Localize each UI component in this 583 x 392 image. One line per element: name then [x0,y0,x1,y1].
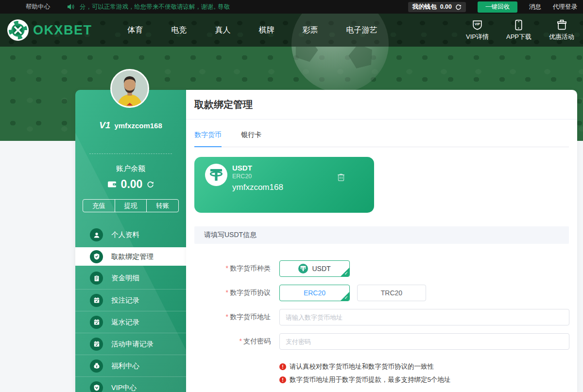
currency-type-label: 数字货币种类 [230,264,271,272]
nav-item-slots[interactable]: 电子游艺 [332,14,392,47]
nav-item-sports[interactable]: 体育 [114,14,157,47]
soccer-ball-graphic [292,47,389,92]
site-logo[interactable]: OKXBET [7,19,92,41]
tether-icon [205,164,227,188]
required-mark: * [226,313,228,321]
sidebar-item-activity-applications[interactable]: 活动申请记录 [75,333,186,355]
topbar: 帮助中心 分，可以正常游戏，给您带来不便敬请谅解，谢谢。 尊敬 我的钱包 0.0… [0,0,583,14]
announcement-marquee: 分，可以正常游戏，给您带来不便敬请谅解，谢谢。 [80,0,220,14]
protocol-option-trc20[interactable]: TRC20 [357,285,426,301]
nav-menu: 体育 电竞 真人 棋牌 彩票 电子游艺 [114,14,392,47]
nav-item-live[interactable]: 真人 [201,14,245,47]
card-texts: USDT ERC20 ymfxzcom168 [232,164,283,193]
calendar-check-icon [90,294,103,307]
sidebar-item-profile[interactable]: 个人资料 [75,224,186,246]
selected-check-icon: ✓ [344,271,348,276]
wallet-icon [107,181,117,188]
wallet-label: 我的钱包 [412,3,437,11]
nav-item-lottery[interactable]: 彩票 [289,14,332,47]
sidebar-item-bet-records[interactable]: 投注记录 [75,289,186,311]
vip-details[interactable]: VIP VIP详情 [466,19,489,41]
warning-text: 请认真校对数字货币地址和数字货币协议的一致性 [290,362,434,371]
tab-digital-currency[interactable]: 数字货币 [194,131,222,147]
form-row-protocol: *数字货币协议 ERC20 ✓ TRC20 [186,285,577,301]
nav-right: VIP VIP详情 APP下载 优惠活动 [466,19,574,41]
vip-shield-icon [90,381,103,392]
divider [89,153,172,154]
currency-type-select[interactable]: USDT ✓ [279,260,350,277]
messages-link[interactable]: 消息 [529,3,541,11]
username: ymfxzcom168 [114,121,162,130]
balance-row: 0.00 [75,178,186,191]
required-mark: * [240,337,242,345]
phone-icon [513,19,525,31]
page-title: 取款绑定管理 [186,90,577,119]
pay-password-input[interactable] [279,333,569,350]
crypto-address-input[interactable] [279,309,569,325]
tab-bank-card[interactable]: 银行卡 [241,131,261,147]
nav-item-esports[interactable]: 电竞 [157,14,201,47]
bound-usdt-card[interactable]: USDT ERC20 ymfxzcom168 [194,157,374,213]
required-mark: * [226,289,228,296]
pay-password-label: 支付密码 [243,337,271,345]
warning-row: ! 请认真校对数字货币地址和数字货币协议的一致性 [279,362,577,371]
vip-badge-icon: VIP [471,19,483,31]
section-title: 请填写USDT信息 [194,226,569,244]
gift-icon [90,359,103,373]
sidebar-item-withdrawal-binding[interactable]: 取款绑定管理 [75,247,186,266]
selected-check-icon: ✓ [344,295,348,301]
warning-text: 数字货币地址用于数字货币提款，最多支持绑定5个地址 [290,375,451,384]
shield-icon [90,250,103,263]
logo-icon [7,19,29,41]
card-account: ymfxzcom168 [232,182,283,193]
user-avatar[interactable] [110,69,149,108]
help-center-link[interactable]: 帮助中心 [26,0,50,14]
sidebar-item-vip-center[interactable]: VIP中心 [75,376,186,392]
delete-card-icon[interactable] [336,172,346,184]
wallet-actions: 充值 提现 转账 [83,199,179,212]
address-label: 数字货币地址 [230,313,271,321]
sidebar-item-welfare-center[interactable]: 福利中心 [75,355,186,376]
svg-text:VIP: VIP [475,22,480,26]
main-navbar: OKXBET 体育 电竞 真人 棋牌 彩票 电子游艺 VIP VIP详情 [0,14,583,47]
transfer-button[interactable]: 转账 [146,199,179,212]
refresh-balance-icon[interactable] [147,181,154,188]
calendar-check-icon [90,338,103,351]
announcement-marquee-2: 尊敬 [218,0,230,14]
my-wallet-balance[interactable]: 我的钱包 0.00 [408,2,466,12]
usdt-form: *数字货币种类 USDT ✓ *数字货币协议 ERC20 ✓ TRC20 [186,260,577,384]
form-row-currency-type: *数字货币种类 USDT ✓ [186,260,577,277]
tether-icon-small [298,264,308,273]
currency-type-value: USDT [312,265,330,273]
withdraw-button[interactable]: 提现 [115,199,147,212]
protocol-option-erc20[interactable]: ERC20 ✓ [279,285,350,301]
app-download[interactable]: APP下载 [506,19,532,41]
warnings: ! 请认真校对数字货币地址和数字货币协议的一致性 ! 数字货币地址用于数字货币提… [279,362,577,384]
warning-icon: ! [279,363,286,370]
sidebar-item-rebate-records[interactable]: 返水记录 [75,311,186,333]
balance-label: 账户余额 [75,164,186,173]
card-protocol: ERC20 [232,172,283,181]
one-click-recycle-button[interactable]: 一键回收 [478,1,517,13]
calendar-check-icon [90,316,103,329]
deposit-button[interactable]: 充值 [83,199,115,212]
main-content: 取款绑定管理 数字货币 银行卡 USDT ERC20 ymfxzcom168 [186,90,577,392]
nav-item-cards[interactable]: 棋牌 [245,14,289,47]
warning-icon: ! [279,376,286,383]
vip-level-badge: V1 [99,120,110,130]
card-coin: USDT [232,164,283,172]
protocol-label: 数字货币协议 [230,289,271,296]
announcement-speaker-icon [67,3,75,10]
sidebar-menu: 个人资料 取款绑定管理 资金明细 投注记录 返水记录 活动申请记录 [75,224,186,392]
sidebar-item-funds-detail[interactable]: 资金明细 [75,267,186,289]
form-row-address: *数字货币地址 [186,309,577,325]
wallet-amount: 0.00 [440,3,452,10]
form-row-pay-password: *支付密码 [186,333,577,350]
promotions[interactable]: 优惠活动 [549,19,574,41]
warning-row: ! 数字货币地址用于数字货币提款，最多支持绑定5个地址 [279,375,577,384]
balance-amount: 0.00 [121,178,143,191]
logo-text: OKXBET [33,23,92,38]
profile-sidebar: V1ymfxzcom168 账户余额 0.00 充值 提现 转账 个人资料 取款… [75,90,186,392]
agent-login-link[interactable]: 代理登录 [553,3,577,11]
refresh-icon[interactable] [455,4,462,10]
